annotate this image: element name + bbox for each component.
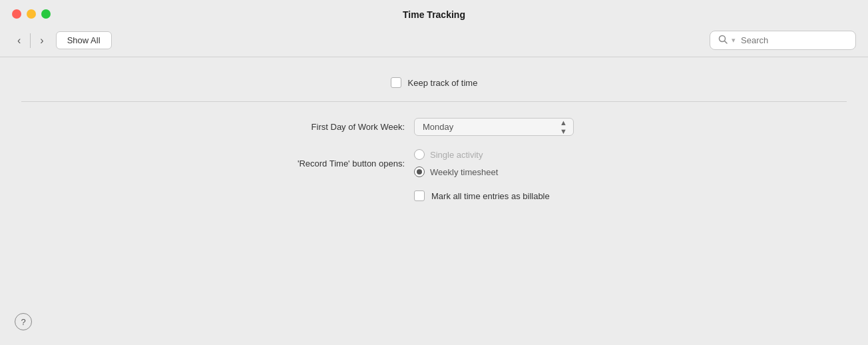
weekly-timesheet-label: Weekly timesheet: [430, 167, 498, 177]
maximize-button[interactable]: [41, 9, 51, 19]
minimize-button[interactable]: [27, 9, 36, 19]
first-day-select[interactable]: Monday Sunday Tuesday Wednesday Thursday…: [414, 118, 574, 136]
search-icon: [718, 35, 728, 46]
search-dropdown-icon: ▾: [732, 36, 736, 45]
single-activity-label: Single activity: [430, 150, 483, 160]
section-divider: [21, 101, 847, 102]
mark-billable-row: Mark all time entries as billable: [148, 190, 720, 201]
show-all-button[interactable]: Show All: [56, 31, 112, 49]
back-button[interactable]: ‹: [12, 32, 26, 49]
weekly-timesheet-row: Weekly timesheet: [414, 167, 498, 177]
record-time-label: 'Record Time' button opens:: [148, 159, 414, 169]
mark-billable-group: Mark all time entries as billable: [414, 190, 550, 201]
search-box: ▾: [710, 31, 856, 50]
first-day-row: First Day of Work Week: Monday Sunday Tu…: [148, 118, 720, 136]
search-input[interactable]: [741, 35, 847, 45]
record-time-radio-group: Single activity Weekly timesheet: [414, 149, 498, 177]
keep-track-checkbox[interactable]: [391, 77, 401, 88]
forward-button[interactable]: ›: [35, 32, 49, 49]
keep-track-group: Keep track of time: [391, 77, 478, 88]
first-day-label: First Day of Work Week:: [148, 122, 414, 132]
help-button[interactable]: ?: [15, 313, 32, 330]
mark-billable-checkbox[interactable]: [414, 190, 425, 201]
keep-track-row: Keep track of time: [148, 77, 720, 88]
window-title: Time Tracking: [403, 9, 465, 20]
close-button[interactable]: [12, 9, 21, 19]
toolbar: ‹ › Show All ▾: [0, 27, 868, 57]
title-bar: Time Tracking: [0, 0, 868, 27]
single-activity-row: Single activity: [414, 149, 498, 160]
record-time-row: 'Record Time' button opens: Single activ…: [148, 149, 720, 177]
keep-track-label: Keep track of time: [408, 78, 478, 88]
nav-divider: [30, 33, 31, 48]
svg-line-1: [725, 41, 728, 44]
first-day-select-wrapper: Monday Sunday Tuesday Wednesday Thursday…: [414, 118, 574, 136]
mark-billable-label: Mark all time entries as billable: [431, 191, 550, 201]
main-content: Keep track of time First Day of Work Wee…: [0, 57, 868, 228]
single-activity-radio[interactable]: [414, 149, 425, 160]
window-controls: [12, 9, 51, 19]
weekly-timesheet-radio[interactable]: [414, 167, 425, 177]
